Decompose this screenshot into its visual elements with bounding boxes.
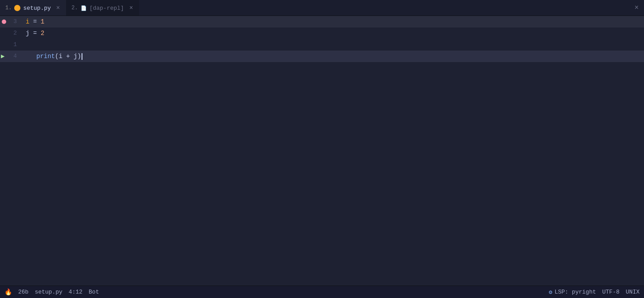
code-line-1: 1 [0,39,644,51]
tab-dap-repl[interactable]: 2. [dap-repl] × [66,0,139,16]
line-number-1: 1 [8,39,17,51]
gear-icon: ⚙ [549,289,552,296]
tab-label-2: [dap-repl] [90,5,124,12]
status-right-section: ⚙ LSP: pyright UTF-8 UNIX [549,289,640,296]
editor-area[interactable]: 3 i = 1 2 j = 2 1 ▶ 4 print(i + j) [0,16,644,286]
status-mode: Bot [89,289,99,295]
status-left-section: 🔥 26b setup.py 4:12 Bot [4,288,99,296]
line-number-3: 3 [8,16,17,27]
cursor-position: 4:12 [69,289,82,295]
code-content-3: i = 1 [22,16,44,27]
line-number-2: 2 [8,27,17,39]
debug-arrow-icon: ▶ [1,53,4,59]
flame-icon: 🔥 [4,288,12,296]
gutter-4: ▶ 4 [0,51,22,62]
code-line-3: 3 i = 1 [0,16,644,27]
gutter-2: 2 [0,27,22,39]
line-ending-label: UNIX [626,289,640,295]
lsp-label: LSP: pyright [554,289,596,295]
tab-close-2[interactable]: × [129,4,134,12]
window-close-button[interactable]: × [632,2,640,14]
code-content-4: print(i + j) [22,51,82,62]
tab-label-1: setup.py [23,5,51,12]
file-icon [81,5,87,11]
tab-number-1: 1. [5,5,12,11]
file-size: 26b [18,289,28,295]
tab-number-2: 2. [71,5,78,11]
status-bar: 🔥 26b setup.py 4:12 Bot ⚙ LSP: pyright U… [0,286,644,298]
tab-close-1[interactable]: × [55,4,61,12]
line-number-4: 4 [8,51,17,62]
code-line-4: ▶ 4 print(i + j) [0,51,644,62]
python-icon [14,5,20,11]
tab-bar: 1. setup.py × 2. [dap-repl] × × [0,0,644,16]
code-line-2: 2 j = 2 [0,27,644,39]
tab-setup-py[interactable]: 1. setup.py × [0,0,66,16]
encoding-label: UTF-8 [602,289,620,295]
breakpoint-dot-3 [2,20,6,24]
gutter-3: 3 [0,16,22,27]
gutter-1: 1 [0,39,22,51]
status-filename: setup.py [35,289,62,295]
code-content-2: j = 2 [22,27,44,39]
lsp-status: ⚙ LSP: pyright [549,289,596,296]
